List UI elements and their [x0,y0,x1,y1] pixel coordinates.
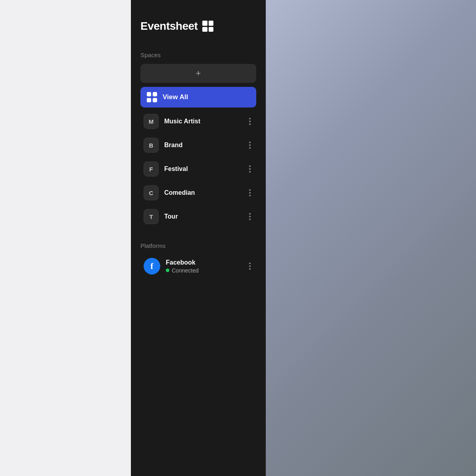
space-more-button-comedian[interactable] [248,188,252,198]
space-name-comedian: Comedian [164,189,242,196]
page-wrapper: Eventsheet Spaces + View All MMusic Arti… [0,0,476,476]
app-title: Eventsheet [140,20,198,33]
space-more-button-music-artist[interactable] [248,116,252,127]
space-list: MMusic ArtistBBrandFFestivalCComedianTTo… [140,110,256,228]
grid-icon-cell-1 [202,21,207,26]
sidebar-item-music-artist[interactable]: MMusic Artist [140,110,256,133]
more-dot [249,195,251,196]
space-name-music-artist: Music Artist [164,118,242,125]
view-all-icon-cell-1 [147,92,151,96]
platform-item-facebook[interactable]: fFacebookConnected [140,255,256,278]
sidebar-header: Eventsheet [140,20,256,33]
more-dot [249,216,251,217]
space-name-tour: Tour [164,213,242,220]
sidebar-item-festival[interactable]: FFestival [140,157,256,180]
status-dot-connected [166,269,169,272]
facebook-f-letter: f [150,261,153,271]
more-dot [249,168,251,170]
right-background [266,0,476,476]
grid-icon-cell-2 [209,21,214,26]
platform-status-text: Connected [172,267,199,274]
more-dot [249,213,251,215]
view-all-item[interactable]: View All [140,87,256,107]
sidebar-item-brand[interactable]: BBrand [140,134,256,157]
platform-info: FacebookConnected [166,259,242,274]
view-all-icon-cell-4 [153,98,157,102]
grid-icon [202,21,213,32]
more-dot [249,142,251,143]
space-avatar-tour: T [144,209,159,224]
sidebar: Eventsheet Spaces + View All MMusic Arti… [131,0,266,476]
space-name-brand: Brand [164,142,242,149]
more-dot [249,121,251,122]
space-avatar-comedian: C [144,185,159,200]
facebook-icon: f [144,258,160,274]
space-avatar-festival: F [144,161,159,177]
more-dot [249,265,251,267]
more-dot [249,123,251,125]
space-avatar-brand: B [144,138,159,153]
sidebar-item-comedian[interactable]: CComedian [140,181,256,204]
grid-icon-cell-4 [209,27,214,32]
platform-status: Connected [166,267,242,274]
view-all-icon-cell-3 [147,98,151,102]
more-dot [249,263,251,264]
platform-list: fFacebookConnected [140,255,256,278]
space-name-festival: Festival [164,165,242,173]
sidebar-item-tour[interactable]: TTour [140,205,256,228]
view-all-icon-cell-2 [153,92,157,96]
space-avatar-music-artist: M [144,114,159,129]
left-background [0,0,131,476]
more-dot [249,118,251,119]
view-all-label: View All [163,93,188,101]
grid-icon-cell-3 [202,27,207,32]
space-more-button-tour[interactable] [248,211,252,222]
platform-more-button-facebook[interactable] [248,261,252,271]
view-all-icon [147,92,157,102]
space-more-button-brand[interactable] [248,140,252,150]
more-dot [249,219,251,220]
more-dot [249,192,251,194]
spaces-section-label: Spaces [140,52,256,58]
space-more-button-festival[interactable] [248,164,252,174]
more-dot [249,165,251,167]
more-dot [249,171,251,173]
more-dot [249,147,251,149]
more-dot [249,189,251,191]
more-dot [249,268,251,270]
platform-name: Facebook [166,259,242,266]
platforms-section-label: Platforms [140,242,256,249]
more-dot [249,144,251,146]
add-space-button[interactable]: + [140,64,256,83]
